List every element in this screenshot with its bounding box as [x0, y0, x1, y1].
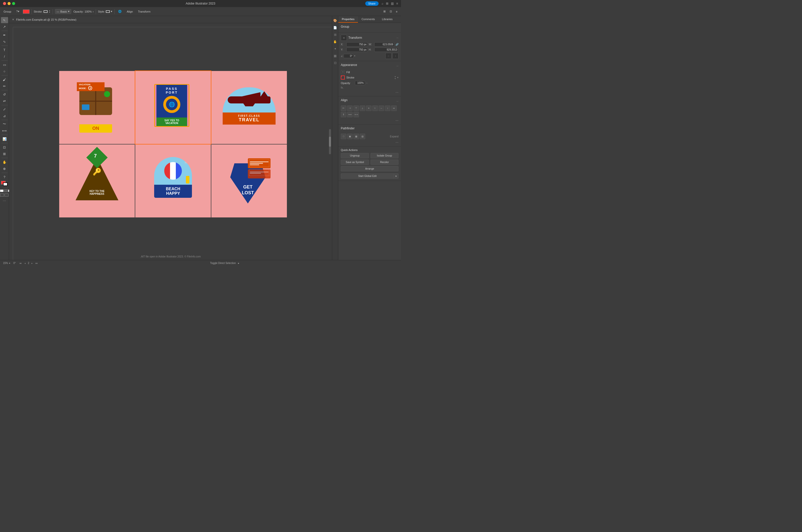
- rotate-tool[interactable]: ↺: [1, 91, 8, 97]
- stroke-down-arrow[interactable]: ▾: [49, 12, 51, 13]
- pen-tool[interactable]: ✒: [1, 32, 8, 38]
- style-color-box[interactable]: [106, 10, 110, 13]
- flip-v-btn[interactable]: ↕: [393, 53, 399, 59]
- direct-select-tool[interactable]: ↗: [1, 24, 8, 30]
- arrange-btn[interactable]: Arrange: [341, 166, 399, 171]
- w-input[interactable]: [374, 42, 395, 46]
- artboard-beach[interactable]: ☀ BEACHHAPPY: [135, 145, 211, 217]
- swap-colors[interactable]: [4, 190, 7, 192]
- maximize-button[interactable]: [12, 2, 15, 5]
- h-input[interactable]: [374, 48, 399, 52]
- artboard-panel-icon[interactable]: ⊡: [333, 60, 338, 65]
- gradient-mode-btn[interactable]: [4, 193, 8, 196]
- warp-tool[interactable]: 〜: [1, 121, 8, 127]
- start-global-edit-btn[interactable]: Start Global Edit: [341, 173, 394, 179]
- dist-h2-btn[interactable]: ⇔: [391, 106, 397, 111]
- reflect-tool[interactable]: ⇌: [1, 98, 8, 104]
- last-artboard-btn[interactable]: ⏭: [35, 262, 38, 265]
- curvature-tool[interactable]: ∿: [1, 38, 8, 44]
- fill-color-indicator[interactable]: [23, 10, 30, 14]
- slice-tool[interactable]: ⊞: [1, 151, 8, 157]
- align-center-v-btn[interactable]: ≡: [366, 106, 371, 111]
- stroke-more-arrow[interactable]: ▾: [397, 76, 399, 79]
- search-icon[interactable]: ⌕: [382, 2, 383, 5]
- more-tools-btn[interactable]: ···: [3, 198, 6, 203]
- artboard-passport[interactable]: PASSPORT 🌐 SAY YES TOVACATION: [135, 71, 211, 144]
- menu-icon[interactable]: ≡: [396, 2, 398, 5]
- artboard-vacation[interactable]: VACATIONMODE: ✦: [59, 71, 135, 144]
- stroke-indicator[interactable]: [341, 76, 345, 79]
- minimize-button[interactable]: [7, 2, 11, 5]
- layers-icon[interactable]: ▦: [333, 53, 338, 58]
- dist-h3-btn[interactable]: ⟺: [347, 112, 353, 117]
- angle-input[interactable]: [344, 54, 354, 58]
- color-mode-btn[interactable]: [0, 193, 4, 196]
- width-tool[interactable]: ⟺: [1, 128, 8, 134]
- column-graph-tool[interactable]: 📊: [1, 136, 8, 142]
- dist-v3-btn[interactable]: ⟻: [353, 112, 359, 117]
- tab-properties[interactable]: Properties: [338, 16, 358, 23]
- pathfinder-exclude-btn[interactable]: ▨: [360, 134, 365, 139]
- x-input[interactable]: [346, 42, 368, 46]
- align-more[interactable]: ···: [397, 100, 399, 103]
- align-center-h-btn[interactable]: ⊣: [347, 106, 353, 111]
- zoom-dropdown-btn[interactable]: ▾: [9, 262, 10, 265]
- rect-tool[interactable]: ▭: [1, 62, 8, 68]
- opacity-chevron[interactable]: ›: [93, 10, 94, 13]
- opacity-input[interactable]: [355, 81, 365, 85]
- align-more-dots[interactable]: ···: [396, 118, 399, 122]
- flip-h-btn[interactable]: ↔: [385, 53, 391, 59]
- close-button[interactable]: [3, 2, 6, 5]
- paintbrush-tool[interactable]: 🖌: [1, 76, 8, 82]
- selection-expand-btn[interactable]: ▸: [238, 262, 239, 265]
- align-top-edge-btn[interactable]: ⊥: [360, 106, 365, 111]
- zoom-tool[interactable]: ⊕: [1, 166, 8, 172]
- canvas-scroll-area[interactable]: VACATIONMODE: ✦: [9, 23, 332, 260]
- prev-artboard-btn[interactable]: ◂: [23, 262, 27, 265]
- more-controls-icon[interactable]: ≡: [395, 10, 399, 14]
- grid-panel-icon[interactable]: ⊞: [333, 32, 338, 37]
- tab-libraries[interactable]: Libraries: [378, 16, 396, 23]
- tool-options-btn[interactable]: ?▾: [15, 9, 21, 14]
- pathfinder-more-dots[interactable]: ···: [396, 140, 399, 144]
- line-tool[interactable]: /: [1, 53, 8, 59]
- transform-more[interactable]: ···: [397, 37, 399, 39]
- panels-icon[interactable]: ▥: [391, 2, 394, 5]
- isolate-group-btn[interactable]: Isolate Group: [370, 153, 399, 158]
- grid-view-icon[interactable]: ⊞: [386, 2, 388, 5]
- y-input[interactable]: [346, 48, 368, 52]
- appearance-more-dots[interactable]: ···: [396, 90, 399, 94]
- ellipse-tool[interactable]: ○: [1, 68, 8, 74]
- hand-tool[interactable]: ✋: [1, 159, 8, 165]
- pathfinder-intersect-btn[interactable]: ▩: [353, 134, 359, 139]
- scroll-thumb[interactable]: [329, 137, 331, 147]
- scale-tool[interactable]: ⤢: [1, 106, 8, 112]
- expand-btn[interactable]: Expand: [390, 135, 399, 138]
- stroke-color[interactable]: [3, 183, 7, 186]
- globe-icon[interactable]: 🌐: [116, 9, 123, 14]
- pathfinder-minus-front-btn[interactable]: ▣: [347, 134, 353, 139]
- align-objects-icon[interactable]: ⊞: [382, 9, 387, 14]
- opacity-chevron[interactable]: ›: [366, 82, 367, 84]
- align-right-edge-btn[interactable]: ⊤: [353, 106, 359, 111]
- artboard-getlost[interactable]: GETLOST: [211, 145, 287, 217]
- stroke-down-btn[interactable]: ▾: [395, 77, 396, 80]
- pencil-tool[interactable]: ✏: [1, 83, 8, 89]
- appearance-more[interactable]: ···: [397, 65, 399, 68]
- angle-dropdown[interactable]: ▾: [354, 55, 356, 57]
- link-icon[interactable]: 🔗: [396, 43, 399, 46]
- document-icon[interactable]: 📄: [333, 25, 338, 30]
- align-left-edge-btn[interactable]: ⊢: [341, 106, 346, 111]
- dist-v-btn[interactable]: ↕: [385, 106, 390, 111]
- stroke-up-btn[interactable]: ▴: [395, 75, 396, 77]
- artboard-travel[interactable]: FIRST-CLASS TRAVEL: [211, 71, 287, 144]
- tab-comments[interactable]: Comments: [358, 16, 378, 23]
- pathfinder-unite-btn[interactable]: □: [341, 134, 346, 139]
- tab-close-btn[interactable]: ✕: [12, 18, 14, 21]
- default-colors[interactable]: [0, 190, 3, 192]
- hand-panel-icon[interactable]: ✋: [333, 39, 338, 44]
- question-tool[interactable]: ?: [1, 174, 8, 180]
- global-edit-dropdown-btn[interactable]: ▾: [394, 173, 399, 179]
- ungroup-btn[interactable]: Ungroup: [341, 153, 369, 158]
- paint-icon[interactable]: 🎨: [333, 18, 338, 23]
